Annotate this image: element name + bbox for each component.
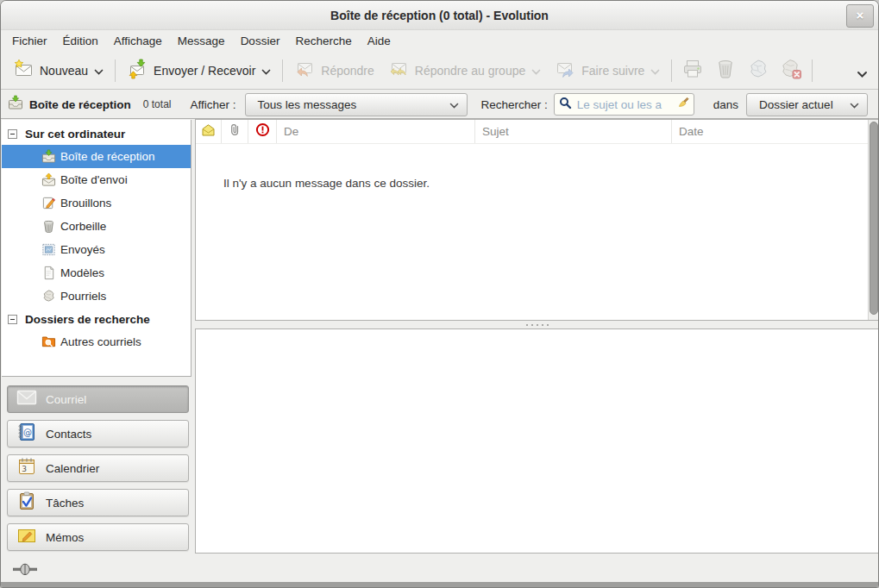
empty-folder-message: Il n'y a aucun message dans ce dossier. (223, 177, 879, 190)
sidebar-item-drafts[interactable]: Brouillons (2, 191, 191, 215)
folder-bar: Boîte de réception 0 total Afficher : To… (1, 91, 878, 119)
junk-button[interactable] (742, 53, 775, 88)
close-icon: × (857, 8, 864, 22)
show-label: Afficher : (190, 98, 235, 111)
folder-tree: Sur cet ordinateur Boîte de réception (2, 120, 191, 377)
chevron-down-icon (261, 63, 271, 78)
switcher-label: Contacts (46, 428, 91, 441)
sidebar-item-other-mail[interactable]: Autres courriels (2, 330, 191, 353)
menu-affichage[interactable]: Affichage (106, 29, 170, 53)
sidebar-item-templates[interactable]: Modèles (2, 261, 191, 285)
online-status-button[interactable] (13, 563, 37, 579)
titlebar[interactable]: Boîte de réception (0 total) - Evolution… (1, 1, 878, 30)
printer-icon (681, 58, 704, 84)
toolbar-separator (282, 59, 283, 82)
switcher-label: Courriel (46, 393, 86, 406)
reply-group-button[interactable]: Répondre au groupe (381, 54, 548, 87)
message-list-header: De Sujet Date (196, 120, 879, 144)
column-date[interactable]: Date (672, 120, 868, 143)
in-label: dans (713, 98, 738, 111)
scrollbar-thumb[interactable] (870, 122, 878, 315)
chevron-down-icon (850, 97, 859, 112)
forward-label: Faire suivre (581, 64, 644, 78)
tree-group-on-this-computer[interactable]: Sur cet ordinateur (2, 122, 191, 145)
sidebar-item-outbox[interactable]: Boîte d'envoi (2, 168, 191, 191)
menu-message[interactable]: Message (170, 29, 233, 53)
column-from[interactable]: De (277, 120, 475, 143)
close-button[interactable]: × (846, 4, 874, 28)
message-preview-pane (195, 328, 879, 554)
memo-note-icon (16, 526, 37, 548)
switcher-mail-button[interactable]: Courriel (7, 385, 189, 413)
pane-splitter-handle[interactable] (195, 321, 879, 328)
delete-button[interactable] (709, 53, 742, 88)
folder-count: 0 total (143, 98, 172, 110)
not-junk-button[interactable] (775, 53, 807, 88)
importance-icon (255, 122, 270, 141)
evolution-window: Boîte de réception (0 total) - Evolution… (0, 0, 879, 588)
reply-group-icon (388, 59, 409, 83)
new-button-label: Nouveau (40, 64, 88, 78)
sidebar-item-trash[interactable]: Corbeille (2, 215, 191, 238)
menu-dossier[interactable]: Dossier (233, 29, 288, 53)
switcher-tasks-button[interactable]: Tâches (7, 489, 189, 516)
menu-edition[interactable]: Édition (55, 29, 106, 53)
column-read-status[interactable] (196, 120, 222, 143)
menu-recherche[interactable]: Recherche (287, 29, 359, 53)
sidebar-item-label: Envoyés (60, 243, 105, 256)
sidebar-item-label: Modèles (60, 266, 104, 279)
sidebar-item-label: Boîte d'envoi (60, 173, 128, 186)
print-button[interactable] (676, 53, 709, 88)
trash-icon (41, 219, 56, 234)
svg-text:@: @ (23, 428, 32, 437)
send-receive-icon (127, 59, 148, 83)
tree-group-label: Sur cet ordinateur (25, 128, 125, 141)
sidebar-item-label: Pourriels (60, 290, 106, 303)
menubar: Fichier Édition Affichage Message Dossie… (1, 29, 878, 53)
switcher-calendar-button[interactable]: 3 Calendrier (7, 454, 189, 482)
chevron-down-icon (94, 63, 104, 78)
current-folder-name: Boîte de réception (29, 98, 131, 111)
toolbar-overflow-button[interactable] (853, 63, 871, 85)
switcher-label: Calendrier (46, 462, 99, 475)
chevron-down-icon (650, 63, 660, 78)
sidebar-item-sent[interactable]: Envoyés (2, 238, 191, 261)
show-filter-dropdown[interactable]: Tous les messages (245, 93, 468, 116)
new-mail-icon (13, 59, 34, 83)
sidebar-item-inbox[interactable]: Boîte de réception (2, 145, 191, 168)
paperclip-icon (229, 122, 241, 141)
send-receive-label: Envoyer / Recevoir (154, 64, 255, 78)
tree-group-label: Dossiers de recherche (25, 313, 150, 326)
calendar-icon: 3 (16, 457, 37, 479)
sidebar-item-junk[interactable]: Pourriels (2, 285, 191, 308)
switcher-contacts-button[interactable]: @ Contacts (7, 420, 189, 447)
search-folder-icon (41, 335, 56, 349)
search-scope-dropdown[interactable]: Dossier actuel (746, 93, 868, 116)
sidebar-item-label: Boîte de réception (60, 150, 155, 163)
collapse-expander-icon[interactable] (8, 315, 17, 324)
column-attachment[interactable] (222, 120, 248, 143)
reply-button[interactable]: Répondre (287, 54, 381, 87)
drafts-icon (41, 196, 56, 210)
search-entry[interactable] (554, 93, 694, 116)
column-importance[interactable] (248, 120, 277, 143)
column-subject[interactable]: Sujet (475, 120, 672, 143)
menu-fichier[interactable]: Fichier (4, 29, 55, 53)
search-label: Rechercher : (481, 98, 548, 111)
message-list-scrollbar[interactable] (868, 120, 879, 320)
sidebar-item-label: Corbeille (60, 220, 106, 233)
search-icon (559, 97, 572, 113)
search-input[interactable] (575, 97, 673, 112)
clear-search-broom-icon[interactable] (676, 97, 689, 113)
forward-button[interactable]: Faire suivre (548, 54, 667, 87)
new-button[interactable]: Nouveau (6, 54, 110, 87)
menu-aide[interactable]: Aide (360, 29, 399, 53)
outbox-icon (41, 172, 56, 187)
switcher-memos-button[interactable]: Mémos (7, 523, 189, 551)
tree-group-search-folders[interactable]: Dossiers de recherche (2, 308, 191, 330)
inbox-icon (41, 149, 56, 164)
collapse-expander-icon[interactable] (8, 129, 17, 139)
not-junk-icon (780, 58, 802, 84)
address-book-icon: @ (16, 422, 37, 445)
send-receive-button[interactable]: Envoyer / Recevoir (120, 54, 278, 87)
